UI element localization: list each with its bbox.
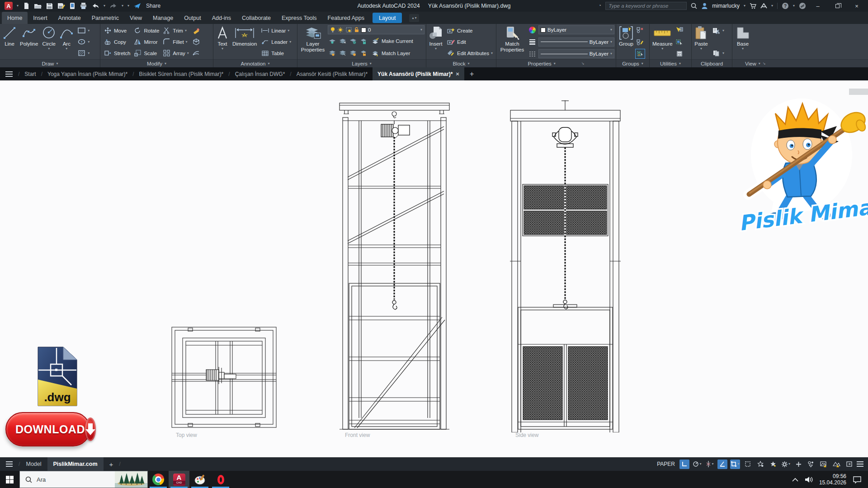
volume-icon[interactable] <box>805 476 813 483</box>
properties-dialog-launcher-icon[interactable]: ↘ <box>581 62 585 66</box>
erase-button[interactable] <box>190 25 202 36</box>
user-menu-caret-icon[interactable]: ▾ <box>744 4 745 8</box>
tab-home[interactable]: Home <box>2 12 28 24</box>
file-tab-yuk-asansoru[interactable]: Yük Asansörü (Pislik Mimar)* × <box>373 67 464 80</box>
workspace-switching-button[interactable] <box>793 460 803 469</box>
scale-button[interactable]: Scale <box>132 48 160 58</box>
view-dialog-launcher-icon[interactable]: ↘ <box>763 62 766 66</box>
autodesk-caret-icon[interactable]: ▾ <box>771 4 773 8</box>
calculator-button[interactable] <box>675 49 684 58</box>
group-edit-button[interactable] <box>636 38 645 47</box>
store-cart-icon[interactable] <box>750 3 756 9</box>
rotate-button[interactable]: Rotate <box>132 25 160 36</box>
isodraft-button[interactable]: ▾ <box>692 460 702 469</box>
make-current-button[interactable]: Make Current <box>369 36 415 47</box>
match-properties-button[interactable]: Match Properties <box>498 25 527 59</box>
text-button[interactable]: Text ▾ <box>215 25 230 59</box>
customize-qat-caret-icon[interactable]: ▾ <box>127 4 129 8</box>
share-label[interactable]: Share <box>146 3 160 9</box>
print-icon[interactable] <box>80 2 87 9</box>
search-icon[interactable] <box>691 3 697 9</box>
rectangle-button[interactable]: ▾ <box>75 25 91 36</box>
search-highlight-image[interactable] <box>115 471 147 488</box>
tab-annotate[interactable]: Annotate <box>53 12 86 24</box>
tab-add-ins[interactable]: Add-ins <box>207 12 236 24</box>
redo-caret-icon[interactable]: ▾ <box>122 4 123 8</box>
layer-off-button[interactable] <box>328 37 337 46</box>
object-color-combo[interactable]: ByLayer▾ <box>538 25 614 34</box>
circle-button[interactable]: Circle ▾ <box>40 25 57 59</box>
panel-label-properties[interactable]: Properties▾↘ <box>496 59 616 67</box>
annotation-scale-button[interactable]: ▾ <box>781 460 791 469</box>
layer-lock-button[interactable] <box>359 37 368 46</box>
polar-tracking-button[interactable] <box>717 460 727 469</box>
file-tab-yoga[interactable]: Yoga Yapan İnsan (Pislik Mimar)* <box>42 67 132 80</box>
tab-express-tools[interactable]: Express Tools <box>276 12 322 24</box>
isolate-objects-button[interactable] <box>806 460 816 469</box>
clean-screen-button[interactable] <box>844 460 854 469</box>
layer-thaw-button[interactable] <box>349 49 358 58</box>
autodesk-account-icon[interactable] <box>760 3 767 9</box>
tab-manage[interactable]: Manage <box>147 12 179 24</box>
panel-label-block[interactable]: Block▾ <box>426 59 496 67</box>
taskbar-paint-button[interactable] <box>189 471 210 488</box>
layer-unlock-button[interactable] <box>359 49 368 58</box>
layer-freeze-button[interactable] <box>349 37 358 46</box>
graphics-performance-button[interactable] <box>831 460 841 469</box>
file-tab-asansor-kesiti[interactable]: Asansör Kesiti (Pislik Mimar)* <box>292 67 373 80</box>
insert-button[interactable]: Insert ▾ <box>428 25 444 59</box>
panel-label-clipboard[interactable]: Clipboard <box>692 59 732 67</box>
model-tab[interactable]: Model <box>20 457 47 471</box>
match-layer-button[interactable]: Match Layer <box>369 48 411 58</box>
minimize-button[interactable]: – <box>810 0 826 12</box>
save-as-icon[interactable] <box>57 2 65 9</box>
canvas-scrollbar[interactable] <box>849 89 868 95</box>
panel-label-draw[interactable]: Draw▾ <box>0 59 100 67</box>
tab-view[interactable]: View <box>124 12 147 24</box>
new-layout-button[interactable]: + <box>104 457 119 471</box>
layer-off-2-button[interactable] <box>328 49 337 58</box>
username[interactable]: mimarlucky <box>712 3 740 9</box>
plot-mobile-icon[interactable] <box>69 2 75 9</box>
table-button[interactable]: Table <box>259 48 292 58</box>
dimension-button[interactable]: Dimension <box>231 25 258 59</box>
tab-layout[interactable]: Layout <box>373 13 402 23</box>
group-button[interactable]: Group <box>618 25 635 59</box>
customization-menu-icon[interactable] <box>857 461 863 467</box>
search-collapse-icon[interactable]: ‣ <box>599 4 602 8</box>
linetype-combo[interactable]: ByLayer▾ <box>538 49 614 58</box>
arc-button[interactable]: Arc ▾ <box>58 25 75 59</box>
ungroup-button[interactable] <box>636 25 645 34</box>
object-snap-button[interactable]: ▾ <box>730 460 740 469</box>
fillet-button[interactable]: Fillet▾ <box>160 37 190 47</box>
group-selection-toggle[interactable] <box>636 49 645 58</box>
layer-unisolate-button[interactable] <box>338 49 347 58</box>
feedback-icon[interactable] <box>799 2 806 9</box>
tray-expand-icon[interactable] <box>792 478 798 482</box>
blend-curves-button[interactable] <box>190 48 202 58</box>
tab-featured-apps[interactable]: Featured Apps <box>322 12 370 24</box>
array-button[interactable]: Array▾ <box>160 48 190 58</box>
mirror-button[interactable]: Mirror <box>132 37 160 47</box>
polyline-button[interactable]: Polyline <box>19 25 39 59</box>
stretch-button[interactable]: Stretch <box>102 48 132 58</box>
help-icon[interactable]: ? <box>782 2 789 9</box>
annotation-autoscale-button[interactable] <box>768 460 778 469</box>
file-tab-calisan[interactable]: Çalışan İnsan DWG* <box>230 67 290 80</box>
quick-select-button[interactable] <box>675 25 684 34</box>
layout-tab-pislikmimar[interactable]: PislikMimar.com <box>47 457 104 471</box>
close-button[interactable]: × <box>849 0 864 12</box>
panel-label-layers[interactable]: Layers▾ <box>297 59 426 67</box>
paper-space-indicator[interactable]: PAPER <box>657 461 675 467</box>
file-tab-start[interactable]: Start <box>19 67 41 80</box>
restore-button[interactable] <box>830 0 845 12</box>
taskbar-search[interactable] <box>19 471 148 488</box>
base-button[interactable]: Base ▾ <box>734 25 752 59</box>
panel-label-view[interactable]: View▾↘ <box>732 59 868 67</box>
edit-attributes-button[interactable]: Edit Attributes▾ <box>445 48 494 58</box>
layout-menu-icon[interactable] <box>6 461 13 467</box>
leader-button[interactable]: Leader▾ <box>259 37 292 47</box>
tab-output[interactable]: Output <box>179 12 207 24</box>
ribbon-collapse-button[interactable]: ▴ ▾ <box>409 14 419 22</box>
lineweight-combo[interactable]: ByLayer▾ <box>538 38 614 47</box>
